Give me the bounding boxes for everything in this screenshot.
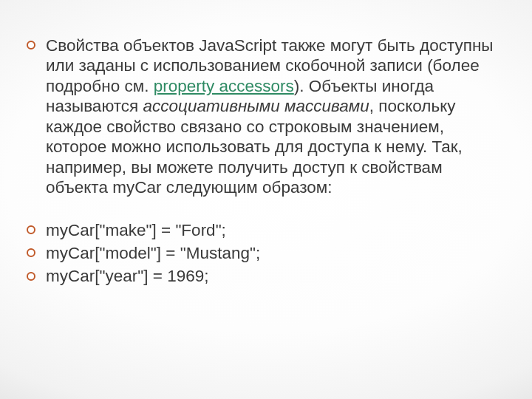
code-line: myCar["model"] = "Mustang";	[46, 244, 260, 262]
code-line: myCar["make"] = "Ford";	[46, 221, 226, 239]
code-line: myCar["year"] = 1969;	[46, 267, 208, 285]
list-item: myCar["make"] = "Ford";	[46, 220, 502, 240]
list-item: Свойства объектов JavaScript также могут…	[46, 35, 502, 198]
bullet-list: Свойства объектов JavaScript также могут…	[46, 35, 502, 287]
list-item: myCar["year"] = 1969;	[46, 266, 502, 286]
slide: Свойства объектов JavaScript также могут…	[0, 0, 532, 399]
property-accessors-link[interactable]: property accessors	[154, 77, 294, 95]
paragraph-italic: ассоциативными массивами	[143, 97, 369, 115]
spacer	[46, 201, 502, 217]
list-item: myCar["model"] = "Mustang";	[46, 243, 502, 263]
